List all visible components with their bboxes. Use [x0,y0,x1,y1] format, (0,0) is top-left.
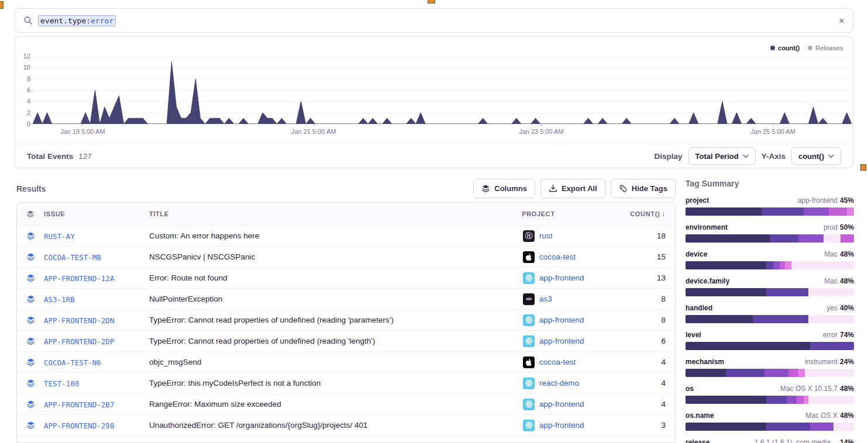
search-query-token[interactable]: event.type:error [38,15,116,26]
columns-button[interactable]: Columns [473,179,535,198]
react-platform-icon [523,335,535,347]
search-clear-icon[interactable]: × [839,16,845,26]
issue-title: RangeError: Maximum size exceeded [149,400,523,409]
project-link[interactable]: app-frontend [539,400,584,409]
tag-top-percent: 48% [840,277,854,285]
tag-key: os.name [686,411,714,420]
layers-icon [481,184,490,193]
legend-item-count[interactable]: count() [770,44,800,51]
issue-stack-icon [17,358,44,366]
y-axis-dropdown[interactable]: count() [791,147,841,165]
tag-bar-segment [808,288,854,296]
issue-link[interactable]: APP-FRONTEND-298 [44,421,114,430]
tag-distribution-bar[interactable] [686,288,854,296]
column-header-title[interactable]: TITLE [149,210,522,217]
tag-bar-segment [847,207,854,216]
column-header-count[interactable]: COUNT()↓ [630,210,675,218]
tag-entry-mechanism: mechanism instrument 24% [686,358,854,377]
crop-handle [0,1,4,9]
legend-label: Releases [815,44,843,51]
total-events-label: Total Events [27,152,73,161]
tag-bar-segment [810,342,854,350]
tag-distribution-bar[interactable] [686,234,854,243]
column-header-project[interactable]: PROJECT [522,210,630,217]
download-icon [549,184,557,193]
tag-distribution-bar[interactable] [686,396,854,404]
tag-bar-segment [726,369,764,377]
event-count: 13 [631,274,675,282]
events-area-chart[interactable]: Jan 19 5:00 AMJan 21 5:00 AMJan 23 5:00 … [33,56,852,124]
table-row: RUST-AY Custom: An error happens here Ⓡr… [17,225,675,246]
issue-link[interactable]: AS3-1RB [44,295,75,304]
legend-item-Releases[interactable]: Releases [808,44,843,51]
tag-distribution-bar[interactable] [686,369,854,377]
project-link[interactable]: as3 [539,295,552,303]
tag-bar-segment [780,261,785,269]
search-bar[interactable]: event.type:error × [15,8,853,33]
tag-distribution-bar[interactable] [686,423,854,431]
tag-top-percent: 48% [840,250,854,258]
issue-title: TypeError: Cannot read properties of und… [149,337,523,345]
tag-bar-segment [785,261,792,269]
tag-bar-segment [753,315,808,323]
issue-link[interactable]: APP-FRONTEND-2DP [44,337,114,346]
project-link[interactable]: app-frontend [539,316,584,324]
hide-tags-button[interactable]: Hide Tags [611,179,676,198]
tag-bar-segment [773,261,780,269]
issue-link[interactable]: TEST-100 [44,379,79,388]
issue-link[interactable]: APP-FRONTEND-2B7 [44,400,114,409]
issue-link[interactable]: APP-FRONTEND-12A [44,274,114,283]
tag-bar-segment [764,369,788,377]
tag-distribution-bar[interactable] [686,261,854,269]
table-row-partial [17,435,675,442]
event-count: 8 [631,316,675,324]
x-tick-label: Jan 23 5:00 AM [519,128,563,135]
events-chart-panel: count()Releases 024681012 Jan 19 5:00 AM… [15,36,853,168]
column-header-issue[interactable]: ISSUE [44,210,149,217]
issue-stack-icon [17,295,44,303]
project-link[interactable]: cocoa-test [539,252,576,261]
tag-summary-panel: Tag Summary project app-frontend 45% env… [686,179,854,443]
issue-link[interactable]: RUST-AY [44,232,75,241]
x-tick-label: Jan 25 5:00 AM [750,128,795,135]
table-row: APP-FRONTEND-2B7 RangeError: Maximum siz… [17,393,675,414]
results-heading: Results [16,184,46,193]
tag-summary-heading: Tag Summary [686,179,854,188]
issue-title: NullPointerException [149,295,523,303]
tag-bar-segment [766,423,810,431]
button-label: Columns [494,184,527,193]
issue-link[interactable]: APP-FRONTEND-2DN [44,316,114,325]
project-link[interactable]: cocoa-test [539,358,576,366]
project-link[interactable]: app-frontend [539,274,584,282]
tag-bar-segment [808,315,854,323]
x-tick [82,124,83,126]
issue-stack-icon [17,379,44,387]
tag-top-value: Mac OS X [805,411,838,420]
chart-legend: count()Releases [770,44,843,51]
y-tick-label: 0 [27,120,30,127]
export-all-button[interactable]: Export All [540,179,605,198]
project-link[interactable]: rust [539,231,553,240]
x-tick-label: Jan 19 5:00 AM [60,128,105,135]
issue-stack-icon [17,274,44,282]
tag-distribution-bar[interactable] [686,342,854,350]
issue-title: UnauthorizedError: GET /organizations/{o… [149,421,523,430]
tag-entry-handled: handled yes 40% [686,304,854,323]
issue-link[interactable]: COCOA-TEST-MB [44,253,101,262]
project-link[interactable]: react-demo [539,379,579,387]
y-tick-label: 2 [27,109,30,116]
tag-top-value: prod [824,223,838,231]
tag-distribution-bar[interactable] [686,207,854,216]
display-dropdown[interactable]: Total Period [688,147,756,165]
gridline [33,124,852,124]
chevron-down-icon [828,154,834,158]
tag-key: project [686,196,709,205]
tag-distribution-bar[interactable] [686,315,854,323]
issue-title: TypeError: Cannot read properties of und… [149,316,523,324]
issue-link[interactable]: COCOA-TEST-N6 [44,358,101,367]
y-axis-dropdown-value: count() [798,152,824,161]
issue-stack-icon [17,337,44,345]
event-count: 8 [631,295,675,303]
project-link[interactable]: app-frontend [539,421,584,430]
project-link[interactable]: app-frontend [539,337,584,345]
